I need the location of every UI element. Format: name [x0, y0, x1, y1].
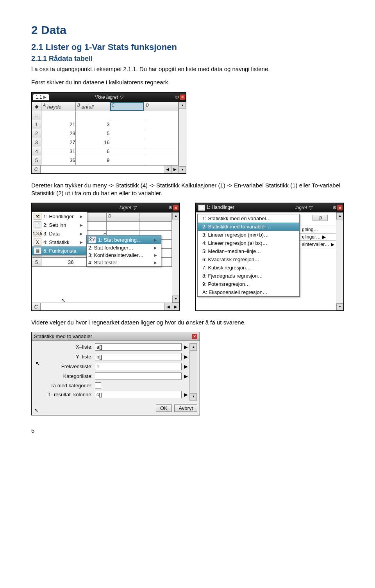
chevron-right-icon[interactable]: ▶ — [184, 392, 188, 397]
menu-item-konfidensintervaller[interactable]: 3: Konfidensintervaller…▶ — [87, 251, 161, 259]
chevron-right-icon[interactable]: ▶ — [184, 363, 188, 369]
paragraph-2: Først skriver du inn dataene i kalkulato… — [31, 78, 344, 86]
category-list-input[interactable] — [95, 372, 182, 380]
close-icon[interactable]: ✕ — [180, 94, 185, 100]
gear-icon[interactable]: ⚙ — [168, 205, 173, 210]
heading-1: 2 Data — [31, 23, 344, 37]
y-list-input[interactable] — [95, 353, 182, 360]
table-row: 32716 — [32, 138, 179, 147]
gear-icon[interactable]: ⚙ — [332, 205, 337, 210]
partial-item: gning… — [299, 226, 337, 233]
xy-icon: X̄Y — [88, 236, 96, 243]
cursor-icon: ↖ — [34, 407, 39, 413]
page-number: 5 — [31, 427, 344, 434]
menu-item-stat-tester[interactable]: 4: Stat tester▶ — [87, 259, 161, 266]
spreadsheet[interactable]: ◆ A høyde B antall C D = 1213 2235 32716… — [32, 102, 179, 165]
field-x-list: X–liste: ▶ — [34, 343, 188, 351]
ok-button[interactable]: OK — [156, 404, 172, 412]
two-var-stats-dialog: Statistikk med to variabler ✕ X–liste: ▶… — [31, 332, 200, 415]
close-icon[interactable]: ✕ — [173, 205, 179, 210]
menu-item-median-line[interactable]: 5: Median–median–linje… — [198, 247, 299, 255]
paragraph-1: La oss ta utgangspunkt i eksempel 2.1.1.… — [31, 65, 344, 73]
scroll-down-icon[interactable]: ▾ — [179, 166, 186, 173]
freq-list-input[interactable] — [95, 363, 182, 370]
scroll-right-icon[interactable]: ▶ — [171, 166, 179, 173]
col-header-B[interactable]: B antall — [75, 102, 110, 111]
x-list-input[interactable] — [95, 343, 182, 351]
paragraph-3: Deretter kan trykker du meny -> Statisti… — [31, 182, 344, 198]
calc-screenshot-regression: 🛠 1: Handlinger lagret▽ ⚙ ✕ gning… eling… — [195, 203, 344, 311]
menu-item-cubic[interactable]: 7: Kubisk regresjon… — [198, 264, 299, 272]
dialog-scrollbar[interactable]: ▴▾ — [189, 343, 197, 401]
cell-reference: C — [32, 166, 41, 173]
field-include-categories: Ta med kategorier: — [34, 382, 188, 388]
table-row: 5369 — [32, 156, 179, 165]
table-icon: ▦ — [34, 247, 41, 254]
menu-item-linreg-mxb[interactable]: 3: Lineær regresjon (mx+b)… — [198, 231, 299, 239]
cursor-icon: ↖ — [61, 297, 66, 303]
col-header-C[interactable]: C — [110, 102, 144, 111]
menu-item-power[interactable]: 9: Potensregresjon… — [198, 280, 299, 288]
menu-item-handlinger[interactable]: 🛠1: Handlinger▶ — [32, 212, 87, 221]
document-title: *Ikke lagret ▽ — [95, 94, 123, 100]
heading-3: 2.1.1 Rådata tabell — [31, 55, 344, 63]
menu-item-funksjonstabell[interactable]: ▦5: Funksjonsta — [32, 246, 87, 255]
sheet-corner-icon: ◆ — [32, 102, 41, 111]
menu-item-data[interactable]: 1,3,53: Data▶ — [32, 229, 87, 238]
regression-menu[interactable]: 1: Statistikk med en variabel… 2: Statis… — [197, 214, 300, 297]
cancel-button[interactable]: Avbryt — [174, 404, 197, 412]
chevron-right-icon[interactable]: ▶ — [184, 354, 188, 360]
stat-submenu[interactable]: X̄Y1: Stat beregning…▶ 2: Stat fordeling… — [86, 235, 161, 267]
menu-item-exponential[interactable]: A: Eksponensiell regresjon… — [198, 288, 299, 296]
vertical-scrollbar[interactable]: ▴ ▾ — [179, 102, 186, 173]
menu-item-stat-fordelinger[interactable]: 2: Stat fordelinger…▶ — [87, 244, 161, 251]
menu-item-2var[interactable]: 2: Statistikk med to variabler… — [198, 223, 299, 231]
col-header-A[interactable]: A høyde — [41, 102, 76, 111]
tools-icon: 🛠 — [34, 213, 41, 220]
field-y-list: Y–liste: ▶ — [34, 353, 188, 360]
chevron-right-icon[interactable]: ▶ — [184, 344, 188, 350]
close-icon[interactable]: ✕ — [192, 334, 197, 339]
close-icon[interactable]: ✕ — [337, 205, 343, 210]
menu-item-statistikk[interactable]: X̄4: Statistikk▶ — [32, 238, 87, 246]
menu-item-quartic[interactable]: 8: Fjerdegrads regresjon… — [198, 272, 299, 280]
paragraph-4: Videre velger du hvor i regnearket datae… — [31, 319, 344, 326]
table-row: 2235 — [32, 129, 179, 138]
insert-icon: 📄 — [34, 221, 41, 228]
menu-item-handlinger-top: 🛠 1: Handlinger — [196, 205, 234, 211]
scroll-left-icon[interactable]: ◀ — [164, 166, 171, 173]
document-tab[interactable]: 1.1 ▶ — [33, 94, 49, 100]
partial-item: sintervaller…▶ — [299, 241, 337, 248]
table-row: 1213 — [32, 120, 179, 129]
formula-row-icon: = — [32, 111, 41, 120]
result-column-input[interactable] — [95, 391, 182, 398]
menu-item-quadratic[interactable]: 6: Kvadratisk regresjon… — [198, 255, 299, 264]
calc-screenshot-spreadsheet: 1.1 ▶ *Ikke lagret ▽ ⚙ ✕ ◆ A høyde B ant… — [31, 92, 186, 174]
scroll-up-icon[interactable]: ▴ — [179, 102, 186, 109]
menu-item-1var[interactable]: 1: Statistikk med en variabel… — [198, 214, 299, 223]
table-row: 4316 — [32, 147, 179, 156]
field-category-list: Kategoriliste: ▶ — [34, 372, 188, 380]
heading-2: 2.1 Lister og 1-Var Stats funksjonen — [31, 42, 344, 52]
menu-item-stat-beregning[interactable]: X̄Y1: Stat beregning…▶ — [87, 235, 161, 244]
col-header-D[interactable]: D — [144, 102, 179, 111]
menu-item-linreg-abx[interactable]: 4: Lineær regresjon (a+bx)… — [198, 239, 299, 247]
data-icon: 1,3,5 — [34, 230, 41, 237]
main-menu[interactable]: 🛠1: Handlinger▶ 📄2: Sett inn▶ 1,3,53: Da… — [32, 212, 87, 255]
gear-icon[interactable]: ⚙ — [175, 94, 179, 100]
dialog-title: Statistikk med to variabler — [34, 333, 92, 339]
menu-item-sett-inn[interactable]: 📄2: Sett inn▶ — [32, 221, 87, 229]
cursor-icon: ↖ — [36, 360, 40, 367]
chevron-down-icon: ▽ — [120, 94, 123, 100]
field-freq-list: Frekvensliste: ▶ — [34, 363, 188, 370]
xbar-icon: X̄ — [34, 239, 41, 246]
chevron-right-icon[interactable]: ▶ — [184, 373, 188, 379]
tab-label: 1.1 — [36, 94, 42, 100]
calc-screenshot-menu: . lagret▽ ⚙ ✕ CD 2235 32716 4316 5369 — [31, 203, 180, 311]
cell-editor[interactable] — [41, 166, 164, 173]
chevron-right-icon: ▶ — [43, 95, 46, 99]
include-categories-checkbox[interactable] — [95, 382, 101, 388]
partial-item: elinger…▶ — [299, 233, 337, 241]
field-result-column: 1. resultat–kolonne: ▶ — [34, 391, 188, 398]
